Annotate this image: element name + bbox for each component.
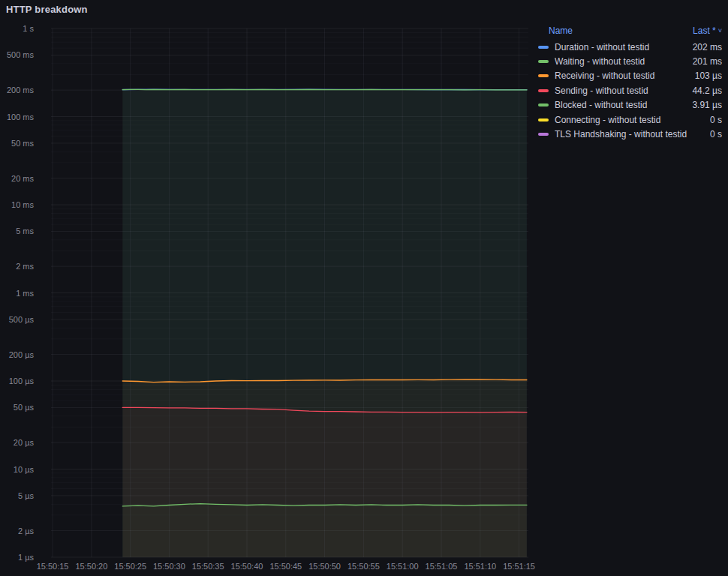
legend-sort-name[interactable]: Name (549, 26, 573, 36)
series-last-value: 0 s (710, 129, 722, 140)
svg-text:50 µs: 50 µs (14, 403, 35, 412)
series-name: Receiving - without testid (555, 70, 689, 81)
svg-text:500 µs: 500 µs (9, 315, 35, 324)
svg-text:500 ms: 500 ms (7, 50, 35, 59)
legend-rows: Duration - without testid202 msWaiting -… (536, 40, 722, 142)
svg-text:15:50:25: 15:50:25 (114, 562, 146, 571)
series-name: TLS Handshaking - without testid (555, 129, 704, 140)
series-last-value: 202 ms (693, 42, 722, 52)
svg-text:1 µs: 1 µs (18, 553, 35, 562)
svg-text:15:50:35: 15:50:35 (192, 562, 224, 571)
legend-sort-last[interactable]: Last *˅ (693, 26, 722, 36)
series-name: Duration - without testid (555, 42, 687, 52)
series-last-value: 44.2 µs (692, 86, 722, 96)
svg-text:2 ms: 2 ms (16, 262, 34, 271)
svg-text:15:50:40: 15:50:40 (231, 562, 263, 571)
svg-text:15:50:30: 15:50:30 (153, 562, 185, 571)
legend: Name Last *˅ Duration - without testid20… (536, 24, 722, 142)
series-name: Connecting - without testid (555, 115, 704, 125)
svg-text:15:51:10: 15:51:10 (464, 562, 496, 571)
svg-text:15:50:55: 15:50:55 (347, 562, 380, 571)
svg-text:50 ms: 50 ms (11, 139, 34, 148)
series-last-value: 0 s (710, 115, 722, 125)
legend-item[interactable]: Connecting - without testid0 s (536, 112, 722, 127)
legend-item[interactable]: Blocked - without testid3.91 µs (536, 98, 722, 112)
legend-item[interactable]: Receiving - without testid103 µs (536, 69, 722, 83)
svg-text:10 µs: 10 µs (14, 465, 35, 474)
series-name: Sending - without testid (555, 86, 686, 96)
svg-text:20 µs: 20 µs (14, 438, 35, 447)
legend-item[interactable]: TLS Handshaking - without testid0 s (536, 127, 722, 141)
legend-sort-last-label: Last * (693, 26, 716, 36)
svg-text:10 ms: 10 ms (11, 200, 34, 209)
series-name: Blocked - without testid (555, 100, 686, 110)
legend-item[interactable]: Sending - without testid44.2 µs (536, 83, 722, 98)
series-color-icon (538, 74, 549, 77)
series-last-value: 3.91 µs (692, 100, 722, 110)
svg-text:200 ms: 200 ms (7, 86, 35, 94)
legend-item[interactable]: Waiting - without testid201 ms (536, 54, 722, 68)
svg-text:1 s: 1 s (23, 24, 34, 33)
series-color-icon (538, 133, 549, 136)
series-last-value: 103 µs (695, 70, 722, 81)
svg-text:15:50:20: 15:50:20 (75, 562, 107, 571)
series-color-icon (538, 118, 549, 122)
svg-text:1 ms: 1 ms (16, 289, 34, 298)
svg-text:100 µs: 100 µs (9, 376, 35, 386)
svg-text:15:51:05: 15:51:05 (426, 562, 458, 571)
sort-caret-icon: ˅ (718, 27, 722, 34)
svg-text:5 µs: 5 µs (18, 491, 35, 500)
svg-text:15:51:15: 15:51:15 (503, 562, 535, 571)
legend-header: Name Last *˅ (536, 24, 722, 38)
legend-item[interactable]: Duration - without testid202 ms (536, 40, 722, 54)
svg-text:15:50:15: 15:50:15 (37, 562, 69, 571)
svg-text:200 µs: 200 µs (9, 350, 35, 359)
series-color-icon (538, 104, 549, 106)
svg-text:5 ms: 5 ms (16, 226, 34, 236)
series-color-icon (538, 60, 549, 63)
svg-text:15:51:00: 15:51:00 (387, 562, 419, 571)
series-name: Waiting - without testid (555, 56, 687, 67)
svg-text:15:50:50: 15:50:50 (308, 562, 341, 571)
svg-text:100 ms: 100 ms (7, 112, 35, 122)
series-color-icon (538, 46, 549, 49)
series-color-icon (538, 89, 549, 92)
svg-text:20 ms: 20 ms (11, 174, 34, 183)
svg-text:15:50:45: 15:50:45 (269, 562, 302, 571)
series-last-value: 201 ms (693, 56, 722, 67)
svg-text:2 µs: 2 µs (18, 526, 35, 536)
